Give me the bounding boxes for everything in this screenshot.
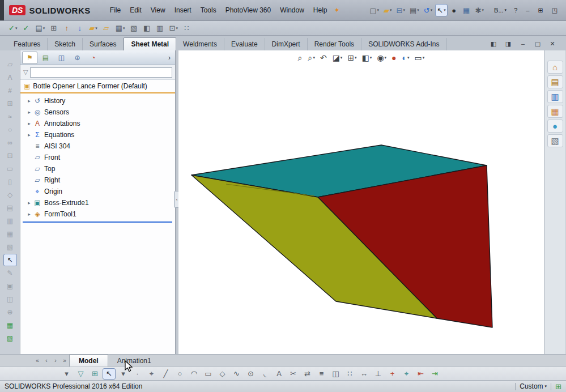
tab-weldments[interactable]: Weldments bbox=[176, 38, 224, 50]
flyout-caret-icon[interactable]: ▾ bbox=[60, 368, 73, 380]
mirror-icon[interactable]: ◫ bbox=[329, 368, 342, 380]
expand-arrow-icon[interactable]: ▸ bbox=[25, 98, 33, 104]
help-button[interactable]: ? bbox=[511, 6, 521, 15]
part-root-node[interactable]: ▣ Bottle Opener Lance Former (Default) bbox=[20, 80, 175, 93]
boxed-dot-icon[interactable]: ⊡ bbox=[3, 150, 17, 162]
fillet-icon[interactable]: ◟ bbox=[258, 368, 271, 380]
filled-square-icon[interactable]: ▣ bbox=[3, 280, 17, 292]
restore-window-button[interactable]: ◳ bbox=[549, 6, 561, 15]
export-up-icon[interactable]: ↑ bbox=[61, 22, 73, 35]
centerline-icon[interactable]: ⌖ bbox=[145, 368, 158, 380]
apply-scene-icon[interactable]: ◐ ▾ bbox=[401, 52, 411, 63]
table-tool-icon[interactable]: ▦ bbox=[461, 4, 473, 16]
chain-tool-icon[interactable]: ∞ bbox=[3, 137, 17, 149]
grid-system-icon[interactable]: ⊞ bbox=[48, 22, 59, 35]
table-icon[interactable]: ▦ ▾ bbox=[114, 22, 127, 35]
previous-view-icon[interactable]: ↶ bbox=[319, 52, 329, 63]
linear-pattern-icon[interactable]: ∷ bbox=[343, 368, 356, 380]
tab-render-tools[interactable]: Render Tools bbox=[308, 38, 362, 50]
view-orientation-icon[interactable]: ⊞ ▾ bbox=[346, 52, 358, 63]
view-settings-icon[interactable]: ▭ ▾ bbox=[414, 52, 426, 63]
custom-properties-icon[interactable]: ▧ bbox=[547, 134, 563, 147]
design-check-icon[interactable]: ✓ ▾ bbox=[7, 22, 19, 35]
trim-icon[interactable]: ✂ bbox=[287, 368, 300, 380]
viewport-canvas[interactable] bbox=[178, 50, 544, 354]
rect-tool-icon[interactable]: ▭ bbox=[3, 163, 17, 175]
menu-pin-icon[interactable]: ✦ bbox=[334, 6, 340, 14]
open-folder-icon[interactable]: ▰ ▾ bbox=[87, 22, 99, 35]
zoom-fit-icon[interactable]: ⌕ bbox=[297, 52, 304, 63]
tall-rect-icon[interactable]: ▯ bbox=[3, 176, 17, 188]
select-cursor-icon[interactable]: ↖ bbox=[3, 254, 17, 266]
arc-icon[interactable]: ◠ bbox=[188, 368, 201, 380]
next-tab-button[interactable]: › bbox=[51, 355, 60, 367]
tab-sheet-metal[interactable]: Sheet Metal bbox=[124, 37, 176, 50]
tree-item-sensors[interactable]: ▸ ◎ Sensors bbox=[20, 106, 175, 118]
tab-model[interactable]: Model bbox=[69, 355, 108, 367]
tree-filter-input[interactable] bbox=[30, 67, 172, 78]
tree-item-top-plane[interactable]: ▱ Top bbox=[20, 163, 175, 174]
menu-file[interactable]: File bbox=[105, 5, 125, 16]
convert-entities-icon[interactable]: ⇄ bbox=[301, 368, 314, 380]
layer-icon[interactable]: ⊞ bbox=[88, 368, 101, 380]
dimxpertmanager-tab[interactable]: ⊕ bbox=[70, 52, 85, 64]
shade-grid-icon[interactable]: ▦ bbox=[3, 228, 17, 240]
circle-tool-icon[interactable]: ○ bbox=[3, 123, 17, 136]
sphere-tool-icon[interactable]: ● bbox=[449, 4, 460, 16]
task-pane-toggle-icon[interactable]: ⊞ bbox=[555, 382, 561, 391]
align-left-icon[interactable]: ⇤ bbox=[414, 368, 427, 380]
close-document-icon[interactable]: ✕ bbox=[547, 39, 558, 48]
zoom-area-icon[interactable]: ⌕ ▾ bbox=[307, 52, 316, 63]
expand-arrow-icon[interactable]: ▸ bbox=[25, 109, 33, 115]
toggle-right-pane-icon[interactable]: ◨ bbox=[503, 39, 514, 48]
double-pane-icon[interactable]: ◫ bbox=[3, 293, 17, 305]
design-library-icon[interactable]: ▤ bbox=[547, 75, 563, 88]
open-icon[interactable]: ▰ ▾ bbox=[382, 4, 394, 16]
panel-overflow-chevron-icon[interactable]: › bbox=[165, 54, 173, 62]
toggle-left-pane-icon[interactable]: ◧ bbox=[488, 39, 499, 48]
expand-arrow-icon[interactable]: ▸ bbox=[25, 200, 33, 206]
featuremanager-tab[interactable]: ⚑ bbox=[22, 52, 37, 64]
tab-dimxpert[interactable]: DimXpert bbox=[265, 38, 308, 50]
relations-icon[interactable]: ⊥ bbox=[372, 368, 385, 380]
layers-icon[interactable]: ▥ bbox=[155, 22, 166, 35]
options-gear-icon[interactable]: ✱ ▾ bbox=[474, 4, 486, 16]
menu-help[interactable]: Help bbox=[309, 5, 332, 16]
pattern-icon[interactable]: ∷ bbox=[181, 22, 193, 35]
hatch-tool-icon[interactable]: # bbox=[3, 84, 17, 97]
new-document-icon[interactable]: ▢ ▾ bbox=[368, 4, 381, 16]
b-overflow-button[interactable]: B... ▾ bbox=[491, 6, 509, 15]
tree-item-history[interactable]: ▸ ↺ History bbox=[20, 95, 175, 106]
save-folder-icon[interactable]: ▱ bbox=[101, 22, 112, 35]
menu-photoview-360[interactable]: PhotoView 360 bbox=[221, 5, 276, 16]
minimize-window-button[interactable]: – bbox=[523, 6, 533, 15]
undo-icon[interactable]: ↺ ▾ bbox=[422, 4, 434, 16]
box-select-icon[interactable]: ⊡ ▾ bbox=[168, 22, 180, 35]
shade-cols-icon[interactable]: ▥ bbox=[3, 215, 17, 227]
section-view-icon[interactable]: ◪ ▾ bbox=[331, 52, 344, 63]
propertymanager-tab[interactable]: ▤ bbox=[38, 52, 53, 64]
layout-window-button[interactable]: ⊞ bbox=[535, 6, 547, 15]
line-icon[interactable]: ╱ bbox=[159, 368, 172, 380]
units-dropdown[interactable]: Custom ▾ bbox=[520, 382, 547, 390]
shade-rows-icon[interactable]: ▤ bbox=[3, 202, 17, 214]
wave-tool-icon[interactable]: ≈ bbox=[3, 110, 17, 123]
tab-evaluate[interactable]: Evaluate bbox=[224, 38, 265, 50]
diamond-tool-icon[interactable]: ◇ bbox=[3, 189, 17, 201]
restore-document-icon[interactable]: ▢ bbox=[532, 39, 543, 48]
text-icon[interactable]: A bbox=[273, 368, 286, 380]
tree-item-boss-extrude1[interactable]: ▸ ▣ Boss-Extrude1 bbox=[20, 197, 175, 208]
display-style-icon[interactable]: ◧ ▾ bbox=[361, 52, 373, 63]
file-explorer-icon[interactable]: ▥ bbox=[547, 90, 563, 103]
menu-view[interactable]: View bbox=[146, 5, 170, 16]
print-icon[interactable]: ▤ ▾ bbox=[408, 4, 421, 16]
tree-item-equations[interactable]: ▸ Σ Equations bbox=[20, 129, 175, 140]
rectangle-icon[interactable]: ▭ bbox=[202, 368, 215, 380]
appearances-icon[interactable]: ● bbox=[547, 120, 563, 133]
expand-arrow-icon[interactable]: ▸ bbox=[25, 121, 33, 126]
select-caret-icon[interactable]: ▾ bbox=[117, 368, 130, 380]
pencil-tool-icon[interactable]: ✎ bbox=[3, 267, 17, 279]
tree-item-origin[interactable]: ⌖ Origin bbox=[20, 186, 175, 197]
circle-icon[interactable]: ○ bbox=[173, 368, 186, 380]
tree-item-annotations[interactable]: ▸ A Annotations bbox=[20, 118, 175, 129]
